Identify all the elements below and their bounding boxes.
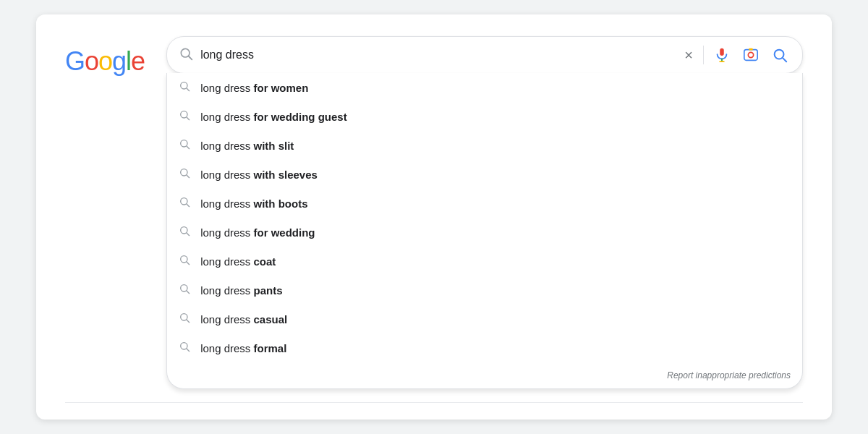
search-submit-icon	[772, 47, 788, 63]
suggestion-item[interactable]: long dress coat	[167, 247, 802, 276]
suggestion-item[interactable]: long dress with sleeves	[167, 160, 802, 189]
svg-line-19	[187, 204, 190, 207]
svg-line-15	[187, 146, 190, 149]
clear-button[interactable]: ×	[681, 44, 696, 67]
svg-line-29	[187, 349, 190, 352]
logo-e: e	[131, 46, 145, 77]
suggestion-text-1: long dress for wedding guest	[200, 111, 347, 123]
suggestion-text-5: long dress for wedding	[200, 226, 315, 239]
report-link[interactable]: Report inappropriate predictions	[667, 370, 791, 380]
svg-line-9	[783, 58, 786, 61]
svg-line-21	[187, 233, 190, 236]
suggestion-search-icon-5	[179, 225, 190, 239]
suggestion-item[interactable]: long dress casual	[167, 305, 802, 333]
svg-line-27	[187, 320, 190, 323]
suggestion-item[interactable]: long dress for wedding	[167, 218, 802, 247]
google-logo: Google	[65, 46, 145, 77]
search-divider	[703, 46, 704, 64]
suggestion-text-2: long dress with slit	[200, 140, 294, 152]
lens-button[interactable]	[740, 44, 762, 66]
suggestion-text-6: long dress coat	[200, 255, 276, 268]
suggestion-text-3: long dress with sleeves	[200, 169, 318, 181]
search-submit-button[interactable]	[769, 44, 791, 66]
suggestion-text-9: long dress formal	[200, 342, 286, 354]
suggestion-item[interactable]: long dress for wedding guest	[167, 102, 802, 131]
suggestion-search-icon-4	[179, 196, 190, 210]
top-area: Google ×	[65, 36, 803, 389]
suggestion-item[interactable]: long dress formal	[167, 333, 802, 362]
search-box: ×	[166, 36, 803, 74]
suggestion-search-icon-0	[179, 80, 190, 95]
suggestion-item[interactable]: long dress with slit	[167, 131, 802, 160]
svg-rect-5	[744, 50, 757, 61]
suggestion-search-icon-8	[179, 312, 190, 326]
suggestion-text-4: long dress with boots	[200, 197, 307, 210]
logo-g: g	[112, 46, 126, 77]
svg-rect-2	[720, 48, 724, 56]
logo-o1: o	[85, 46, 98, 77]
suggestion-search-icon-9	[179, 341, 190, 355]
search-input[interactable]	[200, 48, 674, 61]
suggestions-dropdown: long dress for women long dress for wedd…	[166, 73, 803, 389]
svg-line-11	[187, 88, 190, 91]
svg-point-6	[748, 52, 753, 57]
suggestion-text-0: long dress for women	[200, 82, 308, 94]
suggestion-search-icon-7	[179, 283, 190, 297]
mic-icon	[714, 47, 730, 63]
page-divider	[65, 402, 803, 403]
clear-icon: ×	[684, 47, 693, 64]
svg-line-25	[187, 291, 190, 294]
svg-line-17	[187, 175, 190, 178]
logo-l: l	[126, 46, 131, 77]
suggestion-search-icon-6	[179, 254, 190, 268]
lens-icon	[743, 47, 759, 63]
logo-G: G	[65, 46, 85, 77]
suggestion-item[interactable]: long dress for women	[167, 73, 802, 102]
search-container: ×	[166, 36, 803, 389]
suggestion-search-icon-2	[179, 138, 190, 153]
svg-line-1	[189, 56, 192, 59]
svg-rect-7	[749, 48, 753, 51]
page-wrapper: Google ×	[36, 14, 832, 420]
suggestion-item[interactable]: long dress pants	[167, 276, 802, 305]
logo-o2: o	[98, 46, 112, 77]
suggestion-item[interactable]: long dress with boots	[167, 189, 802, 218]
search-icon	[179, 46, 193, 64]
suggestion-search-icon-1	[179, 109, 190, 124]
suggestion-search-icon-3	[179, 167, 190, 182]
svg-line-13	[187, 117, 190, 120]
suggestion-text-7: long dress pants	[200, 284, 282, 297]
report-link-row: Report inappropriate predictions	[167, 362, 802, 388]
svg-line-23	[187, 262, 190, 265]
mic-button[interactable]	[711, 44, 733, 66]
suggestion-text-8: long dress casual	[200, 313, 287, 326]
